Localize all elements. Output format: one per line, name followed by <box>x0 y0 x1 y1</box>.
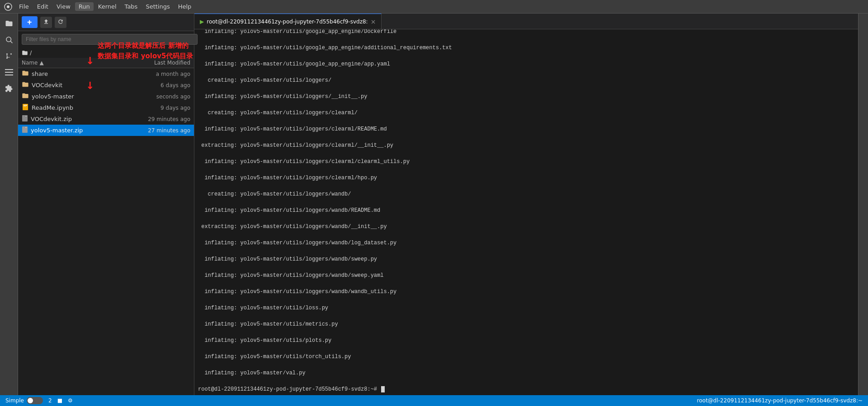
sidebar-extensions-icon[interactable] <box>3 82 15 95</box>
file-name: yolov5-master.zip <box>31 127 118 134</box>
column-modified-header[interactable]: Last Modified <box>118 60 190 66</box>
terminal-line: inflating: yolov5-master/utils/loggers/w… <box>198 239 854 247</box>
cursor-block <box>381 386 385 392</box>
file-modified: 27 minutes ago <box>118 127 190 134</box>
toggle-thumb <box>28 398 33 403</box>
menu-kernel[interactable]: Kernel <box>94 2 120 11</box>
notebook-icon <box>22 103 29 112</box>
terminal-line: inflating: yolov5-master/utils/loggers/w… <box>198 271 854 280</box>
simple-mode-toggle[interactable]: Simple <box>5 397 43 404</box>
file-icon <box>22 115 28 123</box>
terminal-line: creating: yolov5-master/utils/loggers/wa… <box>198 190 854 198</box>
terminal-line: inflating: yolov5-master/utils/loss.py <box>198 304 854 312</box>
upload-button[interactable] <box>40 17 52 28</box>
terminal-line: inflating: yolov5-master/utils/loggers/w… <box>198 288 854 296</box>
file-panel: + / Name ▲ Last Modified <box>18 14 194 395</box>
sidebar-git-icon[interactable] <box>3 50 15 62</box>
svg-point-5 <box>10 53 12 55</box>
file-list-header: Name ▲ Last Modified <box>18 58 194 68</box>
file-modified: 29 minutes ago <box>118 116 190 122</box>
icon-sidebar <box>0 14 18 395</box>
file-icon <box>22 126 28 135</box>
filter-input[interactable] <box>22 34 198 45</box>
svg-point-4 <box>6 53 8 55</box>
file-modified: 6 days ago <box>118 82 190 89</box>
file-row[interactable]: VOCdevkit 6 days ago <box>18 79 194 91</box>
terminal-line: inflating: yolov5-master/utils/plots.py <box>198 336 854 345</box>
terminal-line: inflating: yolov5-master/utils/loggers/w… <box>198 255 854 263</box>
tab-close-button[interactable]: × <box>371 18 376 25</box>
status-right: root@dl-2209112134461zy-pod-jupyter-7d55… <box>697 397 863 404</box>
file-name: yolov5-master <box>32 93 118 100</box>
tab-label: root@dl-2209112134461zy-pod-jupyter-7d55… <box>207 19 368 25</box>
terminal-line: extracting: yolov5-master/utils/loggers/… <box>198 141 854 149</box>
svg-rect-15 <box>22 126 28 133</box>
svg-rect-9 <box>5 72 13 73</box>
sidebar-search-icon[interactable] <box>3 33 15 46</box>
sidebar-folder-icon[interactable] <box>3 17 15 30</box>
hostname-label: root@dl-2209112134461zy-pod-jupyter-7d55… <box>697 397 863 404</box>
terminal-line: inflating: yolov5-master/utils/metrics.p… <box>198 320 854 328</box>
file-row[interactable]: share a month ago <box>18 68 194 79</box>
simple-label: Simple <box>5 397 24 404</box>
sort-arrow-icon: ▲ <box>39 60 43 66</box>
main-area: + / Name ▲ Last Modified <box>0 14 868 395</box>
terminal-line: creating: yolov5-master/utils/loggers/ <box>198 76 854 84</box>
terminal-line: inflating: yolov5-master/utils/google_ap… <box>198 29 854 36</box>
svg-rect-12 <box>24 105 27 106</box>
terminal-prompt: root@dl-2209112134461zy-pod-jupyter-7d55… <box>198 385 854 393</box>
file-row[interactable]: ReadMe.ipynb 9 days ago <box>18 102 194 113</box>
folder-icon <box>22 70 29 78</box>
terminal-line: inflating: yolov5-master/utils/loggers/w… <box>198 206 854 215</box>
svg-rect-13 <box>24 106 26 107</box>
terminal-line: extracting: yolov5-master/utils/loggers/… <box>198 223 854 231</box>
tab-bar: ▶ root@dl-2209112134461zy-pod-jupyter-7d… <box>194 14 858 29</box>
breadcrumb-path: / <box>30 49 32 56</box>
file-row[interactable]: VOCdevkit.zip 29 minutes ago <box>18 113 194 125</box>
menu-settings[interactable]: Settings <box>142 2 173 11</box>
file-row-selected[interactable]: yolov5-master.zip 27 minutes ago <box>18 125 194 136</box>
status-left: Simple 2 ■ ⚙ <box>5 397 73 404</box>
terminal-line: inflating: yolov5-master/utils/loggers/_… <box>198 93 854 101</box>
settings-icon[interactable]: ⚙ <box>68 397 73 404</box>
terminal-line: inflating: yolov5-master/utils/google_ap… <box>198 60 854 68</box>
right-panel <box>858 14 868 395</box>
svg-line-3 <box>10 41 12 43</box>
breadcrumb: / <box>18 47 194 58</box>
terminal-line: inflating: yolov5-master/utils/loggers/c… <box>198 174 854 182</box>
column-name-header[interactable]: Name ▲ <box>22 60 118 66</box>
terminal-content[interactable]: inflating: yolov5-master/utils/aws/userd… <box>194 29 858 395</box>
sidebar-hamburger-icon[interactable] <box>3 66 15 79</box>
terminal-line: inflating: yolov5-master/val.py <box>198 369 854 377</box>
menu-tabs[interactable]: Tabs <box>121 2 142 11</box>
status-bar: Simple 2 ■ ⚙ root@dl-2209112134461zy-pod… <box>0 395 868 406</box>
terminal-tab[interactable]: ▶ root@dl-2209112134461zy-pod-jupyter-7d… <box>194 14 382 29</box>
file-name: VOCdevkit.zip <box>31 116 118 122</box>
menu-help[interactable]: Help <box>175 2 195 11</box>
file-modified: 9 days ago <box>118 105 190 111</box>
file-name: VOCdevkit <box>32 82 118 89</box>
toggle-track[interactable] <box>27 397 43 404</box>
terminal-line: inflating: yolov5-master/utils/torch_uti… <box>198 353 854 361</box>
refresh-button[interactable] <box>55 17 66 28</box>
terminal-line: inflating: yolov5-master/utils/google_ap… <box>198 44 854 52</box>
menubar: File Edit View Run Kernel Tabs Settings … <box>0 0 868 14</box>
svg-rect-10 <box>5 75 13 75</box>
svg-rect-14 <box>22 115 28 121</box>
file-toolbar: + <box>18 14 194 31</box>
menu-file[interactable]: File <box>15 2 33 11</box>
menu-view[interactable]: View <box>53 2 74 11</box>
file-name: ReadMe.ipynb <box>32 104 118 111</box>
new-button[interactable]: + <box>22 16 38 28</box>
menu-edit[interactable]: Edit <box>33 2 52 11</box>
file-row[interactable]: yolov5-master seconds ago <box>18 91 194 102</box>
terminal-panel: ▶ root@dl-2209112134461zy-pod-jupyter-7d… <box>194 14 858 395</box>
file-name: share <box>32 70 118 77</box>
file-list: share a month ago VOCdevkit 6 days ago y… <box>18 68 194 395</box>
kernel-indicator: ■ <box>57 397 62 404</box>
running-count: 2 <box>48 397 52 404</box>
menu-run[interactable]: Run <box>75 2 94 11</box>
folder-icon <box>22 81 29 89</box>
svg-point-2 <box>6 37 11 42</box>
terminal-line: inflating: yolov5-master/utils/loggers/c… <box>198 125 854 133</box>
